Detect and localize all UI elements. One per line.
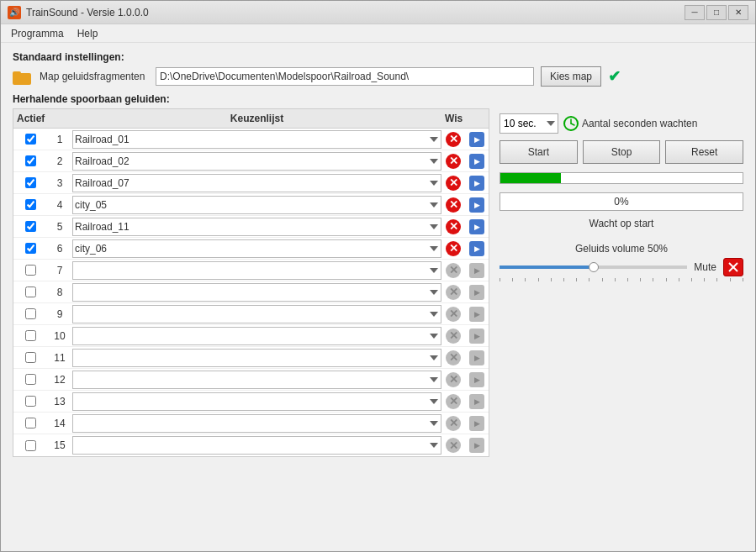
checkbox-1[interactable] [25, 134, 36, 145]
choose-folder-button[interactable]: Kies map [541, 66, 601, 87]
select-9[interactable] [72, 305, 441, 323]
checkbox-2[interactable] [25, 155, 36, 166]
checkbox-9[interactable] [25, 308, 36, 319]
standard-settings-section: Standaard instellingen: Map geluidsfragm… [13, 51, 743, 87]
checkbox-10[interactable] [25, 330, 36, 341]
checkbox-6[interactable] [25, 243, 36, 254]
cell-active-6 [13, 238, 47, 259]
cell-play-4: ▶ [465, 194, 489, 215]
mute-button[interactable] [723, 258, 743, 276]
table-row: 7 ✕ ▶ [13, 260, 489, 281]
checkbox-8[interactable] [25, 287, 36, 297]
delete-icon-4: ✕ [446, 197, 461, 213]
select-4[interactable]: city_05 [72, 196, 441, 214]
select-3[interactable]: Railroad_07 [72, 174, 441, 192]
checkbox-3[interactable] [25, 177, 36, 188]
play-icon-5[interactable]: ▶ [469, 219, 484, 234]
checkbox-13[interactable] [25, 396, 36, 407]
percent-bar-container: 0% [500, 192, 743, 211]
delete-button-2[interactable]: ✕ [444, 152, 463, 171]
select-6[interactable]: city_06 [72, 239, 441, 258]
play-icon-10: ▶ [469, 329, 484, 344]
checkbox-7[interactable] [25, 265, 36, 276]
play-icon-15: ▶ [469, 438, 484, 453]
select-1[interactable]: Railroad_01 [72, 130, 441, 149]
select-10[interactable] [72, 327, 441, 345]
play-icon-4[interactable]: ▶ [469, 197, 484, 213]
delete-icon-10: ✕ [446, 329, 461, 344]
play-icon-2[interactable]: ▶ [469, 154, 484, 169]
col-play [465, 111, 489, 126]
check-icon: ✔ [608, 67, 621, 86]
cell-play-2: ▶ [465, 150, 489, 171]
play-icon-3[interactable]: ▶ [469, 176, 484, 191]
cell-play-3: ▶ [465, 172, 489, 193]
select-11[interactable] [72, 349, 441, 367]
play-icon-6[interactable]: ▶ [469, 241, 484, 256]
delete-icon-14: ✕ [446, 416, 461, 431]
delete-button-3[interactable]: ✕ [444, 174, 463, 192]
checkbox-5[interactable] [25, 221, 36, 232]
table-row: 4 city_05 ✕ ▶ [13, 194, 489, 216]
folder-path-input[interactable] [156, 67, 534, 86]
select-8[interactable] [72, 283, 441, 302]
table-row: 14 ✕ ▶ [13, 413, 489, 434]
select-15[interactable] [72, 436, 441, 455]
select-5[interactable]: Railroad_11 [72, 218, 441, 236]
delete-icon-6: ✕ [446, 241, 461, 256]
close-button[interactable]: ✕ [728, 5, 748, 20]
left-panel: Herhalende spoorbaan geluiden: Actief Ke… [13, 93, 489, 543]
app-icon: 🔊 [8, 6, 21, 19]
cell-num-2: 2 [47, 150, 72, 171]
tick [743, 278, 743, 281]
delete-icon-1: ✕ [446, 132, 461, 147]
cell-play-5: ▶ [465, 216, 489, 237]
select-13[interactable] [72, 392, 441, 411]
cell-play-6: ▶ [465, 238, 489, 259]
checkbox-12[interactable] [25, 374, 36, 385]
col-active: Actief [13, 111, 47, 126]
volume-slider[interactable] [500, 265, 687, 269]
delete-button-6[interactable]: ✕ [444, 239, 463, 258]
delete-button-1[interactable]: ✕ [444, 130, 463, 149]
checkbox-14[interactable] [25, 418, 36, 428]
start-button[interactable]: Start [500, 140, 578, 164]
table-row: 5 Railroad_11 ✕ ▶ [13, 216, 489, 238]
delete-button-4[interactable]: ✕ [444, 196, 463, 214]
delete-icon-12: ✕ [446, 372, 461, 387]
repeat-section-header: Herhalende spoorbaan geluiden: [13, 93, 489, 105]
maximize-button[interactable]: □ [706, 5, 727, 20]
content-area: Standaard instellingen: Map geluidsfragm… [1, 43, 755, 551]
percent-text: 0% [614, 196, 628, 208]
menu-programma[interactable]: Programma [4, 26, 71, 41]
minimize-button[interactable]: ─ [685, 5, 705, 20]
checkbox-11[interactable] [25, 352, 36, 363]
select-7[interactable] [72, 261, 441, 280]
cell-delete-1: ✕ [441, 129, 465, 150]
cell-dropdown-4: city_05 [72, 194, 441, 215]
select-12[interactable] [72, 371, 441, 389]
select-14[interactable] [72, 414, 441, 433]
tick [500, 278, 500, 281]
table-row: 2 Railroad_02 ✕ ▶ [13, 150, 489, 172]
standard-settings-header: Standaard instellingen: [13, 51, 743, 63]
timer-select[interactable]: 10 sec. 5 sec. 15 sec. 30 sec. [500, 113, 558, 134]
tick [627, 278, 628, 281]
cell-num-6: 6 [47, 238, 72, 259]
stop-button[interactable]: Stop [583, 140, 661, 164]
volume-section: Geluids volume 50% Mute [500, 243, 743, 281]
checkbox-4[interactable] [25, 199, 36, 210]
cell-active-1 [13, 129, 47, 150]
col-list: Keuzenlijst [72, 111, 441, 126]
reset-button[interactable]: Reset [665, 140, 743, 164]
title-bar-left: 🔊 TrainSound - Versie 1.0.0.0 [8, 6, 149, 19]
timer-row: 10 sec. 5 sec. 15 sec. 30 sec. Aantal se… [500, 113, 743, 134]
play-icon-11: ▶ [469, 350, 484, 365]
cell-delete-6: ✕ [441, 238, 465, 259]
menu-help[interactable]: Help [71, 26, 105, 41]
checkbox-15[interactable] [25, 440, 36, 451]
select-2[interactable]: Railroad_02 [72, 152, 441, 171]
cell-dropdown-2: Railroad_02 [72, 150, 441, 171]
play-icon-1[interactable]: ▶ [469, 132, 484, 147]
delete-button-5[interactable]: ✕ [444, 218, 463, 236]
